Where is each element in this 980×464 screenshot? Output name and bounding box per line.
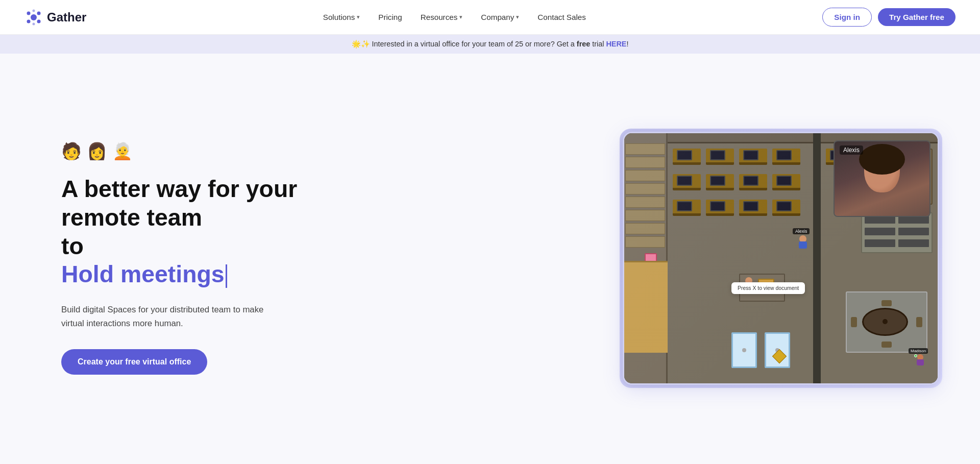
shelf-3 [625, 170, 665, 181]
shelf-4 [625, 183, 665, 194]
monitor-2 [710, 150, 725, 160]
nav-resources[interactable]: Resources ▾ [413, 9, 470, 26]
game-frame: Alexis [623, 132, 939, 385]
desk-1 [673, 149, 701, 165]
conference-room: Madison [846, 291, 927, 353]
desk-7 [739, 174, 767, 190]
shelf-8 [625, 236, 665, 248]
printer-1 [865, 216, 895, 224]
monitor-10 [710, 201, 725, 211]
desk-2 [706, 149, 734, 165]
monitor-6 [710, 176, 725, 186]
video-call-overlay: Alexis [834, 140, 930, 217]
desk-3 [739, 149, 767, 165]
desk-12 [772, 200, 800, 216]
door-handle-1 [742, 348, 746, 352]
hero-heading-line2: to [61, 233, 84, 259]
nav-actions: Sign in Try Gather free [822, 8, 955, 27]
desk-11 [739, 200, 767, 216]
desk-9 [673, 200, 701, 216]
hallway-v [813, 133, 821, 383]
document-popup: Press X to view document [731, 282, 805, 294]
nav-company[interactable]: Company ▾ [474, 9, 526, 26]
monitor-7 [743, 176, 758, 186]
chair-left [851, 317, 857, 327]
signin-button[interactable]: Sign in [822, 8, 872, 27]
nav-links: Solutions ▾ Pricing Resources ▾ Company … [316, 9, 593, 26]
game-background: Alexis [624, 133, 938, 383]
monitor-1 [677, 150, 692, 160]
monitor-4 [776, 150, 792, 160]
printer-2 [898, 216, 929, 224]
monitor-3 [743, 150, 758, 160]
desk-10 [706, 200, 734, 216]
desk-4 [772, 149, 800, 165]
printer-4 [898, 228, 929, 235]
svg-point-1 [27, 11, 31, 15]
hero-description: Build digital Spaces for your distribute… [61, 303, 286, 331]
banner-bold: free [577, 40, 590, 48]
video-participant-label: Alexis [840, 145, 863, 155]
hero-avatars: 🧑 👩 🧑‍🦳 [61, 141, 327, 161]
sprite-madison-label: Madison [909, 348, 928, 354]
sprite-alexis-label: Alexis [793, 228, 810, 234]
shelf-7 [625, 223, 665, 234]
printer-5 [865, 239, 895, 247]
monitor-11 [743, 201, 758, 211]
avatar-2: 👩 [87, 141, 107, 161]
desk-5 [673, 174, 701, 190]
conference-table [862, 308, 908, 336]
shelf-6 [625, 210, 665, 221]
nav-solutions[interactable]: Solutions ▾ [316, 9, 367, 26]
text-cursor [226, 264, 227, 288]
storage-area [861, 212, 933, 253]
shelf-1 [625, 143, 665, 155]
avatar-3: 🧑‍🦳 [112, 141, 133, 161]
svg-point-3 [27, 19, 31, 23]
door-2 [765, 332, 790, 368]
logo-text: Gather [47, 10, 86, 25]
nav-pricing[interactable]: Pricing [371, 9, 409, 26]
hero-animated-text: Hold meetings [61, 260, 327, 289]
logo[interactable]: Gather [24, 8, 86, 27]
chevron-down-icon-3: ▾ [516, 14, 519, 20]
shelf-5 [625, 197, 665, 208]
door-1 [731, 332, 757, 368]
table-center [883, 319, 888, 324]
sprite-alexis-body [799, 241, 807, 249]
try-free-button[interactable]: Try Gather free [878, 8, 955, 26]
desk-8 [772, 174, 800, 190]
chair-bottom [881, 341, 892, 348]
printer-6 [898, 239, 929, 247]
hero-heading-line1: A better way for your remote team [61, 176, 297, 231]
chair-right [916, 317, 922, 327]
game-canvas: Alexis [624, 133, 938, 383]
svg-point-6 [33, 22, 35, 25]
svg-point-0 [31, 14, 37, 20]
monitor-5 [677, 176, 692, 186]
shelf-2 [625, 157, 665, 168]
banner-link[interactable]: HERE [606, 40, 626, 48]
monitor-12 [776, 201, 792, 211]
chevron-down-icon: ▾ [357, 14, 360, 20]
hero-heading: A better way for your remote team to [61, 175, 327, 260]
chevron-down-icon-2: ▾ [459, 14, 462, 20]
chair-top [881, 300, 892, 306]
printer-3 [865, 228, 895, 235]
svg-point-2 [37, 11, 41, 15]
desk-6 [706, 174, 734, 190]
svg-point-5 [33, 9, 35, 12]
svg-point-4 [37, 19, 41, 23]
announcement-banner: 🌟✨ Interested in a virtual office for yo… [0, 35, 980, 54]
door-sign [772, 349, 787, 363]
monitor-8 [776, 176, 792, 186]
banner-text: 🌟✨ Interested in a virtual office for yo… [352, 40, 629, 48]
online-indicator [914, 354, 917, 357]
cta-button[interactable]: Create your free virtual office [61, 349, 207, 375]
hero-game-preview: Alexis [623, 132, 939, 385]
nav-contact-sales[interactable]: Contact Sales [530, 9, 593, 26]
wood-floor-area [624, 261, 668, 353]
hero-content: 🧑 👩 🧑‍🦳 A better way for your remote tea… [61, 141, 327, 375]
avatar-1: 🧑 [61, 141, 82, 161]
sprite-madison-body [917, 359, 924, 365]
